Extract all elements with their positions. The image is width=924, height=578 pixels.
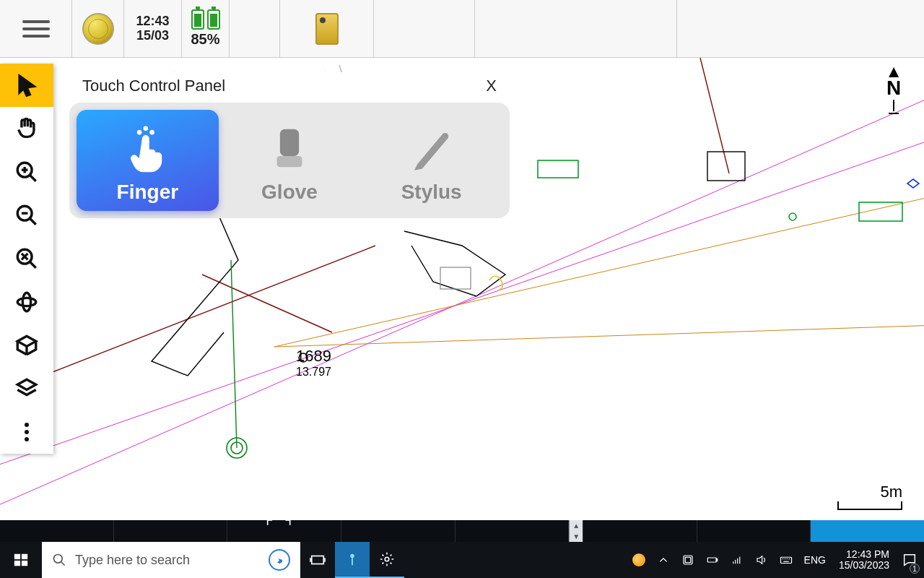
bracket-icon: ⌜⌝ <box>266 517 303 536</box>
appbar-seg-6[interactable] <box>583 520 697 542</box>
top-blank-a[interactable] <box>230 0 280 57</box>
total-station-icon <box>315 13 339 45</box>
svg-point-44 <box>385 557 389 561</box>
3d-view-tool[interactable] <box>0 324 53 367</box>
clock-cell[interactable]: 12:43 15/03 <box>124 0 182 57</box>
taskbar-app-touch[interactable] <box>335 542 370 578</box>
svg-point-30 <box>150 130 155 135</box>
globe-icon <box>82 13 114 45</box>
app-bottom-bar: ⌜⌝ ▲▼ <box>0 520 924 542</box>
svg-point-26 <box>17 298 36 306</box>
svg-rect-10 <box>538 160 578 178</box>
touch-control-panel: Touch Control Panel X Finger Glove Stylu… <box>69 72 510 218</box>
battery-cell[interactable]: 85% <box>182 0 230 57</box>
north-arrow: ▲ N <box>885 66 902 114</box>
bing-icon <box>269 549 290 571</box>
svg-line-7 <box>700 58 729 173</box>
app-top-bar: 12:43 15/03 85% <box>0 0 924 58</box>
svg-point-29 <box>144 126 149 131</box>
appbar-seg-8[interactable] <box>811 520 924 542</box>
svg-line-25 <box>30 262 36 268</box>
svg-rect-33 <box>14 554 20 559</box>
appbar-seg-7[interactable] <box>697 520 811 542</box>
scale-bar: 5m <box>837 483 902 510</box>
tray-network-icon[interactable] <box>731 553 744 566</box>
appbar-scroll[interactable]: ▲▼ <box>569 520 583 542</box>
svg-line-22 <box>30 218 36 225</box>
svg-rect-34 <box>22 554 27 559</box>
top-blank-c[interactable] <box>475 0 677 57</box>
windows-taskbar: Type here to search ENG 12:43 PM 15/03/2… <box>0 542 924 578</box>
touch-mode-glove[interactable]: Glove <box>219 110 361 211</box>
point-elevation: 13.797 <box>296 366 331 379</box>
map-toolbar <box>0 64 53 454</box>
top-blank-d[interactable] <box>677 0 924 57</box>
svg-line-18 <box>30 175 36 181</box>
taskbar-app-settings[interactable] <box>370 542 404 578</box>
tray-volume-icon[interactable] <box>755 553 768 566</box>
stylus-icon <box>406 123 457 173</box>
svg-point-37 <box>54 555 63 564</box>
globe-status[interactable] <box>72 0 124 57</box>
touch-mode-finger[interactable]: Finger <box>77 110 219 211</box>
clock-date: 15/03 <box>136 29 169 43</box>
taskbar-clock[interactable]: 12:43 PM 15/03/2023 <box>833 549 895 571</box>
zoom-in-tool[interactable] <box>0 150 53 194</box>
search-icon <box>52 553 66 567</box>
svg-rect-46 <box>685 557 691 563</box>
taskbar-date: 15/03/2023 <box>839 560 889 571</box>
menu-button[interactable] <box>0 0 72 57</box>
weather-icon[interactable] <box>632 553 645 566</box>
mode-label: Glove <box>261 181 318 204</box>
svg-rect-47 <box>707 558 716 562</box>
svg-rect-36 <box>22 561 27 566</box>
svg-line-6 <box>202 275 332 332</box>
svg-rect-48 <box>716 559 718 561</box>
zoom-out-tool[interactable] <box>0 194 53 237</box>
orbit-tool[interactable] <box>0 280 53 324</box>
svg-rect-35 <box>14 561 20 566</box>
svg-point-27 <box>22 293 30 311</box>
tray-keyboard-icon[interactable] <box>780 553 793 566</box>
finger-icon <box>122 123 173 173</box>
select-tool[interactable] <box>0 64 53 107</box>
svg-point-12 <box>789 213 796 220</box>
svg-line-38 <box>61 562 65 566</box>
system-tray: ENG <box>625 553 833 566</box>
svg-rect-32 <box>277 156 302 167</box>
point-label: 1689 13.797 <box>296 347 331 379</box>
pan-tool[interactable] <box>0 107 53 150</box>
panel-close-button[interactable]: X <box>486 77 497 95</box>
scale-label: 5m <box>837 483 902 501</box>
tray-chevron-up-icon[interactable] <box>657 553 670 566</box>
start-button[interactable] <box>0 542 42 578</box>
top-blank-b[interactable] <box>374 0 475 57</box>
tray-tablet-mode-icon[interactable] <box>681 553 694 566</box>
tray-language[interactable]: ENG <box>804 554 826 566</box>
appbar-seg-2[interactable] <box>114 520 228 542</box>
windows-icon <box>13 552 29 568</box>
tray-battery-icon[interactable] <box>706 553 719 566</box>
panel-title: Touch Control Panel <box>82 77 225 95</box>
task-view-button[interactable] <box>300 542 335 578</box>
svg-rect-31 <box>280 129 299 156</box>
zoom-extents-tool[interactable] <box>0 237 53 280</box>
svg-line-3 <box>274 325 924 347</box>
svg-point-42 <box>350 554 354 558</box>
svg-rect-8 <box>707 152 745 181</box>
action-center-button[interactable]: 1 <box>895 542 924 578</box>
appbar-seg-5[interactable] <box>456 520 570 542</box>
touch-mode-stylus[interactable]: Stylus <box>360 110 502 211</box>
glove-icon <box>264 123 315 173</box>
layers-tool[interactable] <box>0 367 53 410</box>
appbar-seg-3[interactable]: ⌜⌝ <box>227 520 341 542</box>
taskbar-search[interactable]: Type here to search <box>42 542 300 578</box>
appbar-seg-4[interactable] <box>341 520 456 542</box>
more-tools[interactable] <box>0 410 53 454</box>
appbar-seg-1[interactable] <box>0 520 114 542</box>
instrument-cell[interactable] <box>280 0 374 57</box>
point-id: 1689 <box>296 347 331 365</box>
clock-time: 12:43 <box>136 14 169 29</box>
svg-point-28 <box>137 130 142 135</box>
notification-badge: 1 <box>910 564 920 574</box>
